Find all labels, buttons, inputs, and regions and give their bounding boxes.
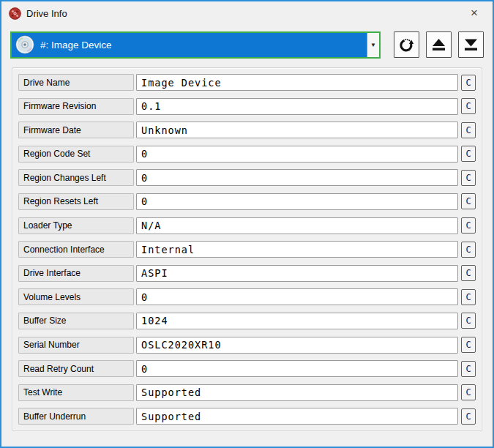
drive-info-window: Drive Info × #: Image Device ▼	[0, 0, 494, 448]
copy-value-button[interactable]: C	[461, 217, 476, 234]
info-row: Serial Number OSLC2020XR10 C	[18, 337, 476, 354]
info-row-label: Loader Type	[18, 217, 134, 234]
info-row: Volume Levels 0 C	[18, 288, 476, 305]
info-row: Drive Name Image Device C	[18, 74, 476, 91]
info-row-label: Firmware Date	[18, 122, 134, 138]
info-row-value: 0	[136, 360, 458, 377]
info-row-label: Drive Name	[18, 74, 134, 91]
info-row-value: 0	[136, 193, 458, 210]
info-row-label: Region Resets Left	[18, 193, 134, 210]
title-bar: Drive Info ×	[1, 1, 493, 25]
copy-value-button[interactable]: C	[461, 361, 476, 377]
info-row-label: Serial Number	[18, 337, 134, 354]
drive-select-combobox[interactable]: #: Image Device ▼	[10, 31, 381, 59]
info-row-value: Image Device	[136, 74, 458, 91]
cd-disc-icon	[15, 35, 34, 54]
info-row-label: Region Code Set	[18, 146, 134, 163]
info-row-value: Supported	[136, 408, 458, 425]
info-row-value: OSLC2020XR10	[136, 337, 458, 354]
copy-value-button[interactable]: C	[461, 146, 476, 162]
copy-value-button[interactable]: C	[461, 289, 476, 305]
copy-value-button[interactable]: C	[461, 337, 476, 353]
info-row-value: Unknown	[136, 122, 458, 138]
info-row-value: 0	[136, 146, 458, 163]
chevron-down-icon: ▼	[370, 42, 376, 48]
drive-info-groupbox: Drive Name Image Device C Firmware Revis…	[12, 67, 482, 431]
info-row-value: Internal	[136, 241, 458, 258]
info-row: Firmware Date Unknown C	[18, 122, 476, 138]
combobox-dropdown-button[interactable]: ▼	[367, 33, 379, 57]
info-row-label: Read Retry Count	[18, 360, 134, 377]
load-tray-icon	[463, 37, 479, 53]
info-row: Read Retry Count 0 C	[18, 360, 476, 377]
info-row-label: Firmware Revision	[18, 98, 134, 115]
copy-value-button[interactable]: C	[461, 313, 476, 329]
eject-tray-button[interactable]	[426, 31, 452, 58]
info-row: Drive Interface ASPI C	[18, 265, 476, 282]
info-row: Region Resets Left 0 C	[18, 193, 476, 210]
selected-drive-label: #: Image Device	[40, 40, 112, 51]
info-row-value: Supported	[136, 384, 458, 401]
copy-value-button[interactable]: C	[461, 408, 476, 425]
info-row-label: Test Write	[18, 384, 134, 401]
close-button[interactable]: ×	[462, 3, 487, 23]
info-row-value: 0.1	[136, 98, 458, 115]
info-row: Buffer Size 1024 C	[18, 313, 476, 329]
info-row-label: Region Changes Left	[18, 169, 134, 186]
info-row-label: Drive Interface	[18, 265, 134, 282]
info-row-value: 0	[136, 288, 458, 305]
drive-select-body: #: Image Device	[12, 33, 367, 57]
copy-value-button[interactable]: C	[461, 75, 476, 91]
copy-value-button[interactable]: C	[461, 98, 476, 114]
info-row: Region Changes Left 0 C	[18, 169, 476, 186]
refresh-drive-button[interactable]	[394, 31, 419, 58]
eject-icon	[430, 37, 447, 53]
info-row-label: Connection Interface	[18, 241, 134, 258]
close-icon: ×	[471, 6, 478, 20]
info-row-label: Buffer Underrun	[18, 408, 134, 425]
copy-value-button[interactable]: C	[461, 242, 476, 258]
info-row-value: N/A	[136, 217, 458, 234]
copy-value-button[interactable]: C	[461, 193, 476, 209]
info-row: Test Write Supported C	[18, 384, 476, 401]
refresh-icon	[398, 37, 415, 53]
copy-value-button[interactable]: C	[461, 122, 476, 138]
info-row: Buffer Underrun Supported C	[18, 408, 476, 425]
info-row: Firmware Revision 0.1 C	[18, 98, 476, 115]
info-row-label: Volume Levels	[18, 288, 134, 305]
info-row: Region Code Set 0 C	[18, 146, 476, 163]
copy-value-button[interactable]: C	[461, 265, 476, 281]
copy-value-button[interactable]: C	[461, 170, 476, 186]
drive-toolbar: #: Image Device ▼	[10, 31, 484, 59]
info-row-value: 1024	[136, 313, 458, 329]
app-disc-icon	[9, 7, 21, 20]
info-row-label: Buffer Size	[18, 313, 134, 329]
window-title: Drive Info	[26, 8, 67, 19]
load-tray-button[interactable]	[458, 31, 484, 58]
drive-info-rows: Drive Name Image Device C Firmware Revis…	[18, 74, 476, 425]
info-row: Connection Interface Internal C	[18, 241, 476, 258]
copy-value-button[interactable]: C	[461, 384, 476, 400]
info-row-value: ASPI	[136, 265, 458, 282]
info-row: Loader Type N/A C	[18, 217, 476, 234]
info-row-value: 0	[136, 169, 458, 186]
